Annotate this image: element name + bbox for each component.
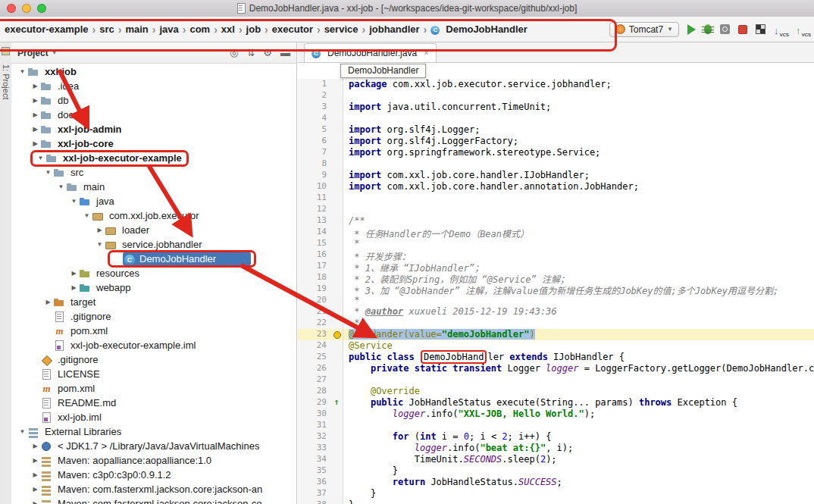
line-number[interactable]: 11 xyxy=(298,193,330,204)
code-line[interactable]: 11 xyxy=(298,193,814,204)
tree-row[interactable]: ▼src xyxy=(11,165,296,180)
tree-row[interactable]: ▼main xyxy=(11,180,296,194)
code-line[interactable]: 25public class DemoJobHandler extends IJ… xyxy=(298,352,814,363)
tree-row[interactable]: ▶Maven: com.fasterxml.jackson.core:jacks… xyxy=(11,482,296,496)
editor-tab[interactable]: C DemoJobHandler.java × xyxy=(304,43,437,62)
tree-row[interactable]: ▼java xyxy=(11,194,296,208)
code-line[interactable]: 4 xyxy=(298,113,814,124)
code-line[interactable]: 19 * 3、加 “@JobHander” 注解，注解value值为新增任务生成… xyxy=(298,283,814,295)
line-number[interactable]: 17 xyxy=(298,261,330,272)
tree-arrow-icon[interactable]: ▼ xyxy=(36,155,45,161)
breadcrumb-item[interactable]: executor xyxy=(272,23,313,35)
code-line[interactable]: 12 xyxy=(298,204,814,215)
code-line[interactable]: 6import org.slf4j.LoggerFactory; xyxy=(298,136,814,147)
run-icon[interactable] xyxy=(687,24,696,35)
tree-arrow-icon[interactable]: ▶ xyxy=(69,270,79,277)
debug-icon[interactable] xyxy=(704,24,712,34)
code-line[interactable]: 38} xyxy=(298,499,814,504)
line-number[interactable]: 2 xyxy=(298,90,330,102)
code-line[interactable]: 9import com.xxl.job.core.handler.IJobHan… xyxy=(298,170,814,181)
code-line[interactable]: 20 * xyxy=(298,295,814,306)
line-number[interactable]: 31 xyxy=(298,420,330,431)
project-tool-window-button[interactable]: 1: Project xyxy=(2,64,11,99)
tree-row[interactable]: .gitignore xyxy=(11,352,296,367)
tree-row[interactable]: ▶xxl-job-admin xyxy=(11,122,296,136)
breadcrumb-item[interactable]: main xyxy=(125,23,148,35)
code-line[interactable]: 17 * 1、继承 “IJobHandler”； xyxy=(298,261,814,272)
breadcrumb-item[interactable]: executor-example xyxy=(5,23,89,35)
tree-arrow-icon[interactable]: ▶ xyxy=(30,83,40,89)
line-number[interactable]: 15 xyxy=(298,238,330,249)
line-number[interactable]: 7 xyxy=(298,147,330,158)
code-line[interactable]: 2 xyxy=(298,90,814,102)
line-number[interactable]: 23 xyxy=(298,329,330,340)
line-number[interactable]: 34 xyxy=(298,454,330,465)
tree-arrow-icon[interactable]: ▶ xyxy=(30,500,40,504)
line-number[interactable]: 27 xyxy=(298,374,330,386)
close-window-button[interactable] xyxy=(7,4,16,13)
line-number[interactable]: 36 xyxy=(298,477,330,488)
tree-row[interactable]: ▼xxl-job-executor-example xyxy=(11,151,296,165)
line-number[interactable]: 20 xyxy=(298,295,330,306)
code-line[interactable]: 32 for (int i = 0; i < 2; i++) { xyxy=(298,431,814,443)
line-number[interactable]: 16 xyxy=(298,249,330,261)
tree-arrow-icon[interactable]: ▶ xyxy=(30,443,40,449)
tree-row[interactable]: ▼External Libraries xyxy=(11,424,296,439)
tree-row[interactable]: ▶target xyxy=(11,295,296,309)
tree-row[interactable]: ▶Maven: aopalliance:aopalliance:1.0 xyxy=(11,453,296,468)
vcs-commit-icon[interactable]: ↑VCS xyxy=(796,23,809,36)
line-number[interactable]: 21 xyxy=(298,306,330,318)
project-view-selector[interactable]: Project ▼ xyxy=(17,48,58,58)
code-line[interactable]: 8 xyxy=(298,158,814,170)
line-number[interactable]: 14 xyxy=(298,227,330,238)
breadcrumb-item[interactable]: com xyxy=(189,23,210,35)
tree-arrow-icon[interactable]: ▶ xyxy=(30,486,40,493)
line-number[interactable]: 30 xyxy=(298,409,330,420)
code-line[interactable]: 36 return JobHandleStatus.SUCCESS; xyxy=(298,477,814,488)
tree-row[interactable]: ▶resources xyxy=(11,266,296,280)
code-line[interactable]: 29↑ public JobHandleStatus execute(Strin… xyxy=(298,397,814,409)
tree-row[interactable]: CDemoJobHandler xyxy=(11,252,296,266)
code-line[interactable]: 18 * 2、装配到Spring，例如加 “@Service” 注解； xyxy=(298,272,814,283)
line-number[interactable]: 29 xyxy=(298,397,330,409)
close-tab-icon[interactable]: × xyxy=(424,48,429,58)
tree-arrow-icon[interactable]: ▼ xyxy=(69,198,79,205)
tree-arrow-icon[interactable]: ▶ xyxy=(30,471,40,478)
line-number[interactable]: 9 xyxy=(298,170,330,181)
line-number[interactable]: 22 xyxy=(298,318,330,329)
line-number[interactable]: 18 xyxy=(298,272,330,283)
breadcrumb-item[interactable]: xxl xyxy=(221,23,235,35)
breadcrumb-item[interactable]: java xyxy=(159,23,178,35)
breadcrumb-item[interactable]: jobhandler xyxy=(369,23,419,35)
code-line[interactable]: 23@JobHander(value="demoJobHandler") xyxy=(298,329,814,340)
code-line[interactable]: 5import org.slf4j.Logger; xyxy=(298,124,814,136)
tree-row[interactable]: mpom.xml xyxy=(11,381,296,396)
tree-row[interactable]: LICENSE xyxy=(11,367,296,381)
code-line[interactable]: 27 xyxy=(298,374,814,386)
vcs-update-icon[interactable]: ↓VCS xyxy=(774,23,787,36)
code-line[interactable]: 7import org.springframework.stereotype.S… xyxy=(298,147,814,158)
line-number[interactable]: 33 xyxy=(298,443,330,454)
tree-arrow-icon[interactable]: ▶ xyxy=(30,126,40,133)
line-number[interactable]: 28 xyxy=(298,386,330,397)
hide-icon[interactable]: ▬ xyxy=(280,47,290,58)
tree-row[interactable]: ▶.idea xyxy=(11,79,296,93)
line-number[interactable]: 4 xyxy=(298,113,330,124)
tree-row[interactable]: ▶Maven: com.fasterxml.jackson.core:jacks… xyxy=(11,496,296,504)
tree-arrow-icon[interactable]: ▶ xyxy=(43,299,53,305)
line-number[interactable]: 6 xyxy=(298,136,330,147)
tree-row[interactable]: README.md xyxy=(11,396,296,410)
tree-row[interactable]: ▶< JDK1.7 > /Library/Java/JavaVirtualMac… xyxy=(11,439,296,453)
tree-row[interactable]: ▶webapp xyxy=(11,280,296,295)
settings-icon[interactable]: ⚙ xyxy=(263,47,272,58)
tree-arrow-icon[interactable]: ▶ xyxy=(30,140,40,147)
tree-row[interactable]: .gitignore xyxy=(11,309,296,324)
tool-window-icon[interactable] xyxy=(2,47,10,55)
code-line[interactable]: 24@Service xyxy=(298,340,814,352)
code-line[interactable]: 3import java.util.concurrent.TimeUnit; xyxy=(298,102,814,113)
breadcrumb-item[interactable]: src xyxy=(99,23,114,35)
line-number[interactable]: 10 xyxy=(298,181,330,193)
line-number[interactable]: 37 xyxy=(298,488,330,499)
tree-row[interactable]: ▶doc xyxy=(11,108,296,122)
tree-arrow-icon[interactable]: ▼ xyxy=(82,212,92,219)
